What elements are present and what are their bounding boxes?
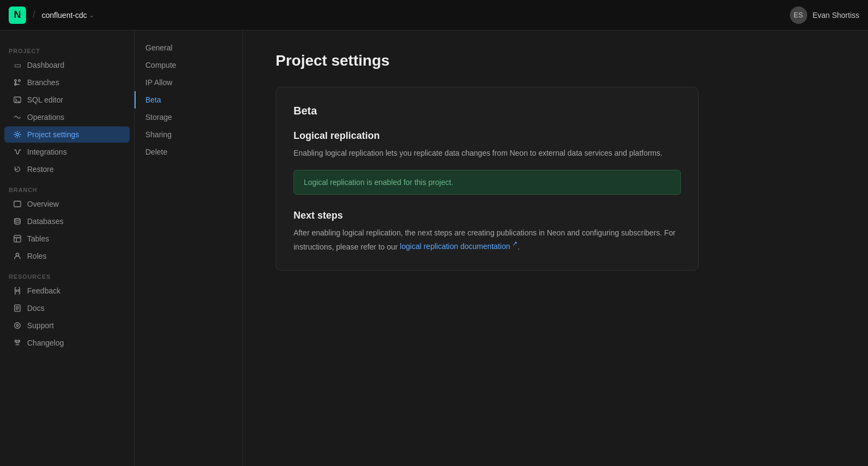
logo[interactable]: N xyxy=(9,7,26,24)
support-icon xyxy=(13,321,22,330)
sidebar-item-label: Docs xyxy=(27,304,44,312)
topbar-divider: / xyxy=(33,9,35,21)
svg-point-4 xyxy=(16,133,18,136)
nav-item-label: Delete xyxy=(145,148,167,156)
sidebar-item-overview[interactable]: Overview xyxy=(4,196,130,212)
roles-icon xyxy=(13,252,22,260)
sidebar-item-label: Operations xyxy=(27,113,64,122)
external-link-icon: ↗ xyxy=(512,240,518,248)
branches-icon xyxy=(13,78,22,87)
topbar-left: N / confluent-cdc ⌄ xyxy=(9,7,94,24)
restore-icon xyxy=(13,165,22,174)
nav-item-delete[interactable]: Delete xyxy=(135,143,242,161)
svg-point-9 xyxy=(15,290,17,292)
sidebar-item-sql-editor[interactable]: SQL editor xyxy=(4,92,130,108)
svg-point-6 xyxy=(15,219,21,221)
svg-point-10 xyxy=(18,290,20,292)
overview-icon xyxy=(13,200,22,208)
logical-replication-desc: Enabling logical replication lets you re… xyxy=(293,147,681,159)
changelog-icon xyxy=(13,339,22,347)
sidebar-item-project-settings[interactable]: Project settings xyxy=(4,126,130,143)
sidebar-item-roles[interactable]: Roles xyxy=(4,248,130,264)
status-message: Logical replication is enabled for this … xyxy=(304,178,454,187)
project-section-label: PROJECT xyxy=(0,43,134,56)
sidebar-item-label: Support xyxy=(27,321,54,330)
svg-point-13 xyxy=(16,324,18,327)
nav-item-sharing[interactable]: Sharing xyxy=(135,126,242,143)
page-title: Project settings xyxy=(276,52,835,69)
secondary-nav: General Compute IP Allow Beta Storage Sh… xyxy=(135,30,243,466)
sidebar-item-label: Databases xyxy=(27,217,63,226)
nav-item-storage[interactable]: Storage xyxy=(135,108,242,126)
sidebar-item-label: Branches xyxy=(27,78,59,87)
avatar: ES xyxy=(790,7,807,24)
nav-item-label: IP Allow xyxy=(145,78,173,87)
branch-section-label: BRANCH xyxy=(0,182,134,195)
svg-point-12 xyxy=(15,323,21,329)
next-steps-desc: After enabling logical replication, the … xyxy=(293,227,681,252)
next-steps-title: Next steps xyxy=(293,210,681,221)
svg-rect-7 xyxy=(14,235,21,242)
sidebar-item-operations[interactable]: Operations xyxy=(4,109,130,125)
logical-replication-title: Logical replication xyxy=(293,130,681,142)
layout: PROJECT ▭ Dashboard Branches SQ xyxy=(0,30,868,466)
settings-icon xyxy=(13,130,22,139)
sidebar-item-branches[interactable]: Branches xyxy=(4,74,130,91)
nav-item-general[interactable]: General xyxy=(135,39,242,56)
sidebar-item-label: Roles xyxy=(27,252,47,260)
nav-item-beta[interactable]: Beta xyxy=(135,91,242,108)
sidebar-item-tables[interactable]: Tables xyxy=(4,231,130,247)
sidebar-item-integrations[interactable]: Integrations xyxy=(4,144,130,160)
card-title: Beta xyxy=(293,105,681,117)
content-area: General Compute IP Allow Beta Storage Sh… xyxy=(135,30,868,466)
sidebar-item-restore[interactable]: Restore xyxy=(4,161,130,177)
nav-item-label: General xyxy=(145,43,173,52)
integrations-icon xyxy=(13,148,22,156)
logical-replication-link[interactable]: logical replication documentation ↗ xyxy=(400,242,518,251)
svg-rect-3 xyxy=(14,97,21,103)
sidebar-item-label: Project settings xyxy=(27,130,79,139)
project-selector[interactable]: confluent-cdc ⌄ xyxy=(42,11,94,20)
sidebar-item-label: SQL editor xyxy=(27,95,63,104)
topbar: N / confluent-cdc ⌄ ES Evan Shortiss xyxy=(0,0,868,30)
main-content: Project settings Beta Logical replicatio… xyxy=(243,30,868,466)
sidebar-item-label: Changelog xyxy=(27,339,64,347)
docs-icon xyxy=(13,304,22,312)
dashboard-icon: ▭ xyxy=(13,61,22,69)
chevron-down-icon: ⌄ xyxy=(89,11,94,19)
nav-item-ip-allow[interactable]: IP Allow xyxy=(135,74,242,91)
sidebar: PROJECT ▭ Dashboard Branches SQ xyxy=(0,30,135,466)
sidebar-item-docs[interactable]: Docs xyxy=(4,300,130,316)
sidebar-item-label: Tables xyxy=(27,234,49,243)
settings-card: Beta Logical replication Enabling logica… xyxy=(276,87,699,271)
nav-item-label: Beta xyxy=(145,95,161,104)
project-name-label: confluent-cdc xyxy=(42,11,87,20)
feedback-icon xyxy=(13,286,22,295)
status-banner: Logical replication is enabled for this … xyxy=(293,170,681,195)
sidebar-item-label: Dashboard xyxy=(27,61,65,69)
next-steps-text-after: . xyxy=(518,242,520,251)
operations-icon xyxy=(13,113,22,122)
nav-item-compute[interactable]: Compute xyxy=(135,56,242,74)
sidebar-item-label: Overview xyxy=(27,200,59,208)
sidebar-item-changelog[interactable]: Changelog xyxy=(4,335,130,351)
sidebar-item-databases[interactable]: Databases xyxy=(4,213,130,229)
sidebar-item-label: Restore xyxy=(27,165,54,174)
sidebar-item-dashboard[interactable]: ▭ Dashboard xyxy=(4,57,130,73)
sidebar-item-label: Feedback xyxy=(27,286,60,295)
svg-point-1 xyxy=(18,80,21,82)
nav-item-label: Storage xyxy=(145,113,172,122)
databases-icon xyxy=(13,217,22,226)
sidebar-item-label: Integrations xyxy=(27,148,67,156)
tables-icon xyxy=(13,234,22,243)
sidebar-item-feedback[interactable]: Feedback xyxy=(4,283,130,299)
resources-section-label: RESOURCES xyxy=(0,269,134,282)
user-name: Evan Shortiss xyxy=(813,11,859,20)
topbar-right: ES Evan Shortiss xyxy=(790,7,859,24)
nav-item-label: Sharing xyxy=(145,130,171,139)
nav-item-label: Compute xyxy=(145,61,176,69)
sidebar-item-support[interactable]: Support xyxy=(4,317,130,334)
svg-point-8 xyxy=(16,253,18,256)
sql-editor-icon xyxy=(13,95,22,104)
svg-rect-5 xyxy=(14,201,21,207)
